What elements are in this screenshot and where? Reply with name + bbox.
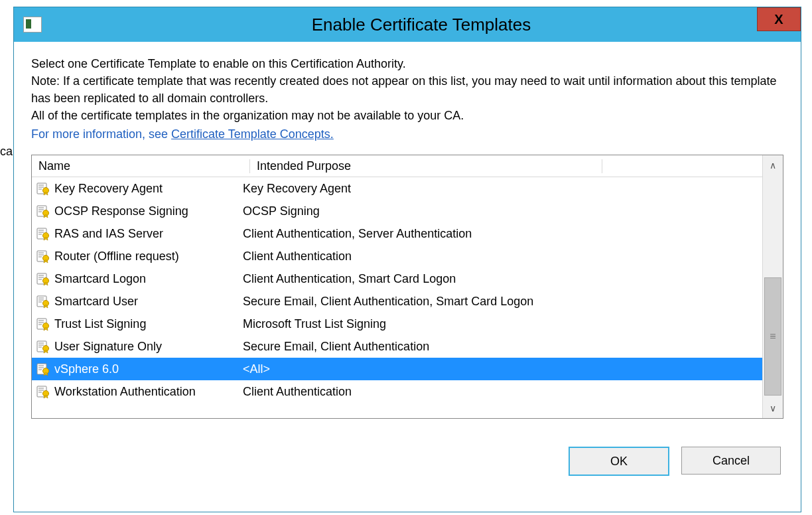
- certificate-icon: [36, 181, 50, 196]
- ok-button[interactable]: OK: [569, 447, 669, 476]
- list-rows: Key Recovery AgentKey Recovery Agent OCS…: [32, 177, 762, 418]
- template-purpose: Client Authentication, Server Authentica…: [243, 227, 762, 241]
- template-name: User Signature Only: [54, 340, 243, 354]
- template-name: OCSP Response Signing: [54, 204, 243, 218]
- table-row[interactable]: Workstation AuthenticationClient Authent…: [32, 380, 762, 403]
- template-name: Trust List Signing: [54, 317, 243, 331]
- template-purpose: Secure Email, Client Authentication: [243, 340, 762, 354]
- certificate-icon: [36, 362, 50, 376]
- column-header-purpose[interactable]: Intended Purpose: [250, 159, 602, 173]
- instruction-line: All of the certificate templates in the …: [31, 107, 783, 124]
- template-listview: Name Intended Purpose Key Recovery Agent…: [31, 155, 783, 419]
- column-header-name[interactable]: Name: [32, 159, 250, 173]
- dialog-body: Select one Certificate Template to enabl…: [14, 42, 801, 485]
- template-name: Smartcard Logon: [54, 272, 243, 286]
- list-main: Name Intended Purpose Key Recovery Agent…: [32, 155, 762, 418]
- scroll-thumb[interactable]: [764, 277, 781, 396]
- cert-template-concepts-link[interactable]: Certificate Template Concepts.: [171, 127, 334, 141]
- table-row[interactable]: Key Recovery AgentKey Recovery Agent: [32, 177, 762, 200]
- template-purpose: Microsoft Trust List Signing: [243, 317, 762, 331]
- template-purpose: <All>: [243, 362, 762, 376]
- certificate-icon: [36, 339, 50, 354]
- certificate-icon: [36, 226, 50, 241]
- dialog-title: Enable Certificate Templates: [42, 15, 801, 35]
- list-header: Name Intended Purpose: [32, 155, 762, 177]
- table-row[interactable]: RAS and IAS ServerClient Authentication,…: [32, 222, 762, 245]
- info-prefix: For more information, see: [31, 127, 171, 141]
- table-row[interactable]: Trust List SigningMicrosoft Trust List S…: [32, 313, 762, 335]
- template-name: Router (Offline request): [54, 250, 243, 263]
- certificate-icon: [36, 294, 50, 309]
- close-icon: X: [774, 12, 783, 27]
- table-row[interactable]: OCSP Response SigningOCSP Signing: [32, 200, 762, 222]
- template-purpose: Key Recovery Agent: [243, 182, 762, 196]
- cancel-button[interactable]: Cancel: [681, 447, 781, 475]
- background-cut-text: ca: [0, 145, 13, 159]
- certificate-icon: [36, 317, 50, 331]
- template-name: vSphere 6.0: [54, 362, 243, 376]
- table-row[interactable]: Smartcard LogonClient Authentication, Sm…: [32, 267, 762, 290]
- info-link-line: For more information, see Certificate Te…: [31, 125, 783, 143]
- instruction-line: Note: If a certificate template that was…: [31, 72, 783, 107]
- template-purpose: Client Authentication: [243, 250, 762, 263]
- table-row[interactable]: Router (Offline request)Client Authentic…: [32, 245, 762, 267]
- vertical-scrollbar[interactable]: ∧ ∨: [762, 155, 783, 418]
- template-purpose: Secure Email, Client Authentication, Sma…: [243, 295, 762, 309]
- certificate-icon: [36, 384, 50, 399]
- app-icon: [23, 17, 42, 33]
- template-name: Smartcard User: [54, 295, 243, 309]
- scroll-down-arrow-icon[interactable]: ∨: [763, 398, 783, 418]
- table-row[interactable]: User Signature OnlySecure Email, Client …: [32, 335, 762, 358]
- template-purpose: Client Authentication: [243, 385, 762, 399]
- certificate-icon: [36, 271, 50, 286]
- enable-cert-templates-dialog: Enable Certificate Templates X Select on…: [13, 7, 801, 512]
- button-row: OK Cancel: [31, 447, 783, 476]
- template-name: Key Recovery Agent: [54, 182, 243, 196]
- certificate-icon: [36, 204, 50, 218]
- table-row[interactable]: Smartcard UserSecure Email, Client Authe…: [32, 290, 762, 313]
- instructions: Select one Certificate Template to enabl…: [31, 55, 783, 143]
- titlebar: Enable Certificate Templates X: [14, 7, 801, 42]
- table-row[interactable]: vSphere 6.0<All>: [32, 358, 762, 380]
- instruction-line: Select one Certificate Template to enabl…: [31, 55, 783, 72]
- scroll-track[interactable]: [763, 175, 783, 398]
- template-purpose: Client Authentication, Smart Card Logon: [243, 272, 762, 286]
- certificate-icon: [36, 249, 50, 263]
- template-purpose: OCSP Signing: [243, 204, 762, 218]
- template-name: RAS and IAS Server: [54, 227, 243, 241]
- template-name: Workstation Authentication: [54, 385, 243, 399]
- scroll-up-arrow-icon[interactable]: ∧: [763, 155, 783, 175]
- close-button[interactable]: X: [757, 7, 801, 31]
